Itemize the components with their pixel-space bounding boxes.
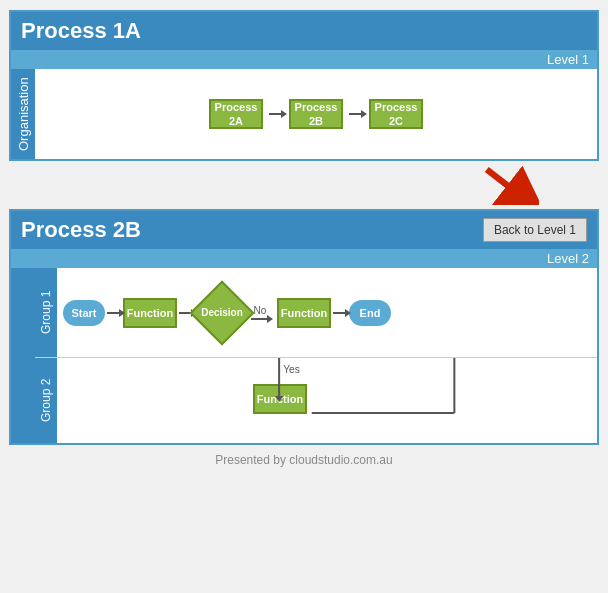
level1-diagram: Process2A Process2B Process2C <box>35 69 597 159</box>
level2-content: Group 1 Start Function <box>11 268 597 443</box>
level1-title: Process 1A <box>11 12 597 50</box>
red-arrow-icon <box>479 165 539 205</box>
group1-label: Group 1 <box>35 268 57 357</box>
function-node-group2-wrapper: Function <box>253 384 307 414</box>
svg-text:Yes: Yes <box>283 364 300 375</box>
process-2a: Process2A <box>209 99 263 129</box>
level1-label: Level 1 <box>11 50 597 69</box>
back-to-level-button[interactable]: Back to Level 1 <box>483 218 587 242</box>
level-arrow-section <box>9 165 599 205</box>
process-2c: Process2C <box>369 99 423 129</box>
group1-flow: Start Function Decision <box>63 286 391 340</box>
decision-node: Decision <box>195 286 249 340</box>
level2-side-label <box>11 268 35 443</box>
end-node: End <box>349 300 391 326</box>
function-node-2: Function <box>277 298 331 328</box>
group2-diagram: Yes Function <box>57 358 597 443</box>
connector-svg: Yes <box>57 358 597 443</box>
arrow-dec-fn2 <box>251 318 269 320</box>
group1-row: Group 1 Start Function <box>35 268 597 358</box>
group2-label: Group 2 <box>35 358 57 443</box>
group1-diagram: Start Function Decision <box>57 268 597 357</box>
level2-block: Process 2B Back to Level 1 Level 2 Group… <box>9 209 599 445</box>
function-node-1: Function <box>123 298 177 328</box>
footer: Presented by cloudstudio.com.au <box>9 445 599 471</box>
function-node-group2: Function <box>253 384 307 414</box>
org-label: Organisation <box>11 69 35 159</box>
level1-block: Process 1A Level 1 Organisation Process2… <box>9 10 599 161</box>
arrow-1 <box>269 113 283 115</box>
level2-rows: Group 1 Start Function <box>35 268 597 443</box>
arrow-fn2-end <box>333 312 347 314</box>
start-node: Start <box>63 300 105 326</box>
level2-title-bar: Process 2B Back to Level 1 <box>11 211 597 249</box>
svg-line-1 <box>487 169 527 200</box>
process-2b: Process2B <box>289 99 343 129</box>
level2-title: Process 2B <box>21 217 141 243</box>
arrow-2 <box>349 113 363 115</box>
level1-content: Organisation Process2A Process2B Process… <box>11 69 597 159</box>
arrow-start-fn <box>107 312 121 314</box>
level2-label: Level 2 <box>11 249 597 268</box>
group2-row: Group 2 Yes <box>35 358 597 443</box>
